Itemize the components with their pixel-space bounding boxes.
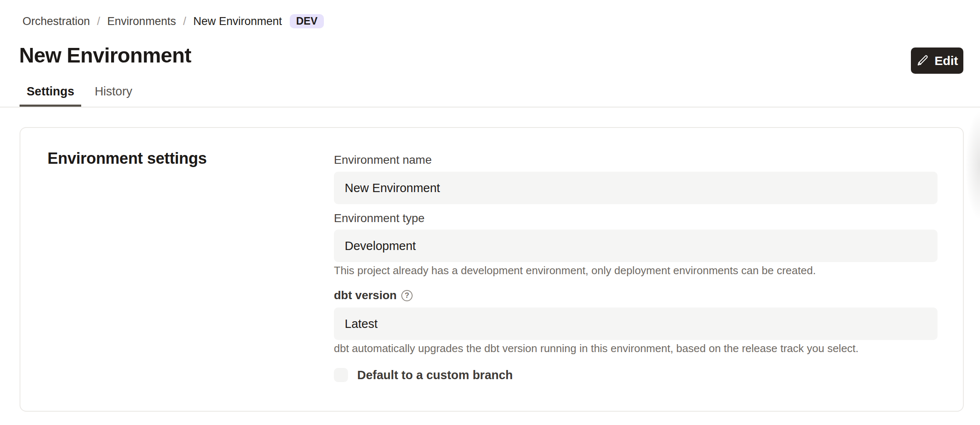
page-title: New Environment <box>19 43 191 68</box>
dbt-version-input[interactable] <box>334 308 938 340</box>
environment-name-input[interactable] <box>334 172 938 204</box>
edit-button[interactable]: Edit <box>911 48 963 74</box>
tab-bar: Settings History <box>20 84 146 107</box>
environment-type-helper-text: This project already has a development e… <box>334 263 816 278</box>
help-icon[interactable]: ? <box>401 290 413 301</box>
dbt-version-helper-text: dbt automatically upgrades the dbt versi… <box>334 341 858 355</box>
environment-settings-card: Environment settings Environment name En… <box>20 127 964 412</box>
tab-settings[interactable]: Settings <box>20 84 81 107</box>
environment-dev-badge: DEV <box>290 14 323 28</box>
page: Orchestration / Environments / New Envir… <box>0 0 980 425</box>
pencil-icon <box>916 54 929 67</box>
environment-name-label: Environment name <box>334 153 432 167</box>
card-heading: Environment settings <box>47 150 207 168</box>
dbt-version-label: dbt version ? <box>334 288 413 302</box>
breadcrumb-item-current[interactable]: New Environment <box>193 15 282 28</box>
breadcrumb-item-orchestration[interactable]: Orchestration <box>22 15 90 28</box>
breadcrumb-item-environments[interactable]: Environments <box>107 15 176 28</box>
dbt-version-label-text: dbt version <box>334 288 397 302</box>
breadcrumb-separator: / <box>183 15 187 28</box>
tab-bar-divider <box>0 107 980 108</box>
custom-branch-row: Default to a custom branch <box>334 368 513 382</box>
environment-type-input[interactable] <box>334 230 938 262</box>
custom-branch-checkbox-label: Default to a custom branch <box>357 368 513 382</box>
environment-type-label: Environment type <box>334 211 425 225</box>
breadcrumb-separator: / <box>97 15 100 28</box>
edit-button-label: Edit <box>935 54 958 68</box>
breadcrumb: Orchestration / Environments / New Envir… <box>22 12 324 30</box>
tab-history[interactable]: History <box>87 84 139 107</box>
custom-branch-checkbox[interactable] <box>334 368 348 382</box>
